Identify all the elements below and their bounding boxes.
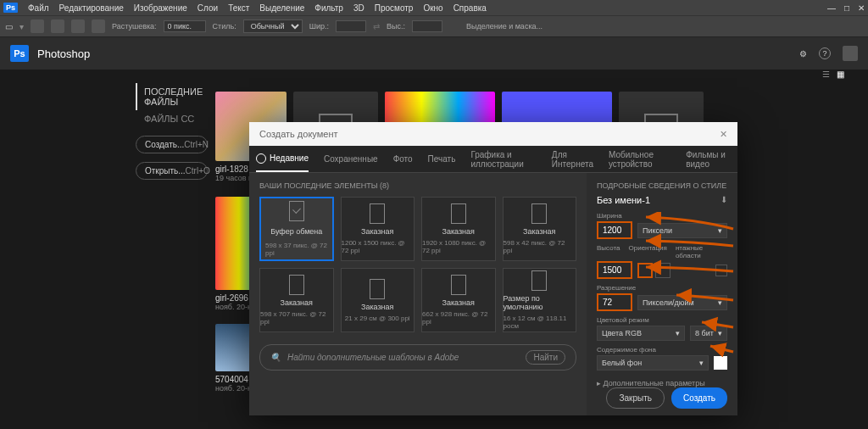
menubar: Ps Файл Редактирование Изображение Слои … [0, 0, 868, 15]
tab-web[interactable]: Для Интернета [552, 146, 593, 172]
background-swatch[interactable] [714, 356, 727, 370]
marquee-tool-icon[interactable]: ▭ [5, 22, 13, 31]
menu-window[interactable]: Окно [423, 3, 442, 13]
menu-layers[interactable]: Слои [198, 3, 218, 13]
selection-intersect-icon[interactable] [92, 20, 105, 33]
create-button[interactable]: Создать [671, 387, 727, 409]
options-bar: ▭ ▾ Растушевка: Стиль: Обычный Шир.: ⇄ В… [0, 15, 868, 37]
width-unit-select[interactable]: Пиксели▾ [637, 223, 727, 238]
preset-item[interactable]: Заказная598 x 42 пикс. @ 72 ppi [503, 197, 577, 261]
dialog-tabs: Недавние Сохраненные Фото Печать Графика… [249, 146, 737, 173]
advanced-toggle[interactable]: ▸ Дополнительные параметры [597, 379, 727, 387]
gear-icon[interactable]: ⚙ [799, 49, 807, 58]
tab-print[interactable]: Печать [428, 146, 456, 172]
bit-depth-select[interactable]: 8 бит▾ [690, 326, 727, 341]
list-view-icon[interactable]: ☰ [822, 70, 830, 79]
menu-edit[interactable]: Редактирование [59, 3, 124, 13]
preset-sub: 598 x 707 пикс. @ 72 ppi [260, 310, 333, 326]
artboard-checkbox[interactable] [715, 265, 727, 276]
preset-item[interactable]: Буфер обмена598 x 37 пикс. @ 72 ppi [259, 197, 334, 261]
preset-icon [370, 279, 385, 299]
preset-item[interactable]: Размер по умолчанию16 x 12 см @ 118.11 р… [503, 268, 577, 332]
menu-filter[interactable]: Фильтр [314, 3, 343, 13]
grid-view-icon[interactable]: ▦ [837, 70, 844, 79]
sidebar-tab-recent[interactable]: ПОСЛЕДНИЕ ФАЙЛЫ [136, 83, 214, 110]
dialog-close-icon[interactable]: ✕ [720, 129, 727, 140]
save-preset-icon[interactable]: ⬇ [721, 195, 727, 205]
menu-3d[interactable]: 3D [353, 3, 364, 13]
tab-photo[interactable]: Фото [393, 146, 413, 172]
new-document-dialog: Создать документ ✕ Недавние Сохраненные … [249, 122, 737, 415]
height-label: Выс.: [387, 22, 405, 31]
preset-sub: 1920 x 1080 пикс. @ 72 ppi [422, 239, 495, 254]
preset-item[interactable]: Заказная662 x 928 пикс. @ 72 ppi [421, 268, 496, 332]
menu-image[interactable]: Изображение [134, 3, 187, 13]
menu-view[interactable]: Просмотр [375, 3, 414, 13]
swap-icon[interactable]: ⇄ [373, 22, 380, 31]
background-select[interactable]: Белый фон▾ [597, 355, 709, 370]
tab-recent[interactable]: Недавние [256, 146, 309, 172]
menu-text[interactable]: Текст [228, 3, 249, 13]
tab-graphics[interactable]: Графика и иллюстрации [470, 146, 536, 172]
close-icon[interactable]: ✕ [858, 3, 865, 13]
width-label: Шир.: [309, 22, 329, 31]
document-name[interactable]: Без имени-1 [597, 195, 650, 205]
preset-icon [531, 270, 547, 291]
preset-sub: 598 x 42 пикс. @ 72 ppi [504, 239, 576, 254]
preset-item[interactable]: Заказная21 x 29 см @ 300 ppi [341, 268, 415, 332]
search-go-button[interactable]: Найти [526, 350, 565, 365]
close-button[interactable]: Закрыть [606, 387, 665, 409]
app-header: Ps Photoshop ⚙ ? [0, 37, 868, 70]
dialog-presets-panel: ВАШИ ПОСЛЕДНИЕ ЭЛЕМЕНТЫ (8) Буфер обмена… [249, 173, 587, 415]
resolution-unit-select[interactable]: Пиксели/дюйм▾ [637, 295, 727, 310]
style-select[interactable]: Обычный [243, 20, 303, 33]
preset-sub: 1200 x 1500 пикс. @ 72 ppi [342, 239, 415, 254]
width-input[interactable] [597, 221, 632, 239]
orientation-portrait[interactable] [637, 263, 653, 278]
menu-help[interactable]: Справка [453, 3, 487, 13]
dialog-title: Создать документ [259, 129, 338, 139]
style-label: Стиль: [213, 22, 236, 31]
menu-file[interactable]: Файл [28, 3, 49, 13]
help-icon[interactable]: ? [819, 47, 831, 59]
tab-saved[interactable]: Сохраненные [324, 146, 378, 172]
avatar[interactable] [843, 46, 858, 61]
menu-select[interactable]: Выделение [259, 3, 304, 13]
preset-icon [370, 203, 385, 224]
selection-add-icon[interactable] [51, 20, 64, 33]
preset-name: Заказная [361, 227, 393, 236]
preset-sub: 598 x 37 пикс. @ 72 ppi [265, 242, 328, 257]
ps-logo-small: Ps [3, 3, 18, 13]
selection-new-icon[interactable] [31, 20, 44, 33]
search-placeholder: Найти дополнительные шаблоны в Adobe [287, 353, 459, 362]
preset-item[interactable]: Заказная598 x 707 пикс. @ 72 ppi [259, 268, 334, 332]
width-input[interactable] [336, 20, 366, 32]
background-label: Содержимое фона [597, 346, 727, 354]
preset-icon [531, 203, 547, 224]
preset-item[interactable]: Заказная1200 x 1500 пикс. @ 72 ppi [341, 197, 415, 261]
select-mask-label[interactable]: Выделение и маска... [466, 22, 542, 31]
resolution-input[interactable] [597, 293, 632, 311]
maximize-icon[interactable]: □ [844, 3, 849, 13]
preset-name: Буфер обмена [270, 227, 322, 236]
preset-name: Заказная [361, 303, 393, 311]
height-input[interactable] [597, 261, 632, 279]
height-input[interactable] [412, 20, 442, 32]
preset-name: Заказная [523, 227, 555, 236]
feather-input[interactable] [164, 20, 206, 32]
create-button[interactable]: Создать...Ctrl+N [136, 136, 208, 153]
app-title: Photoshop [37, 47, 90, 60]
artboard-label: нтажные области [676, 244, 727, 259]
template-search[interactable]: 🔍 Найти дополнительные шаблоны в Adobe Н… [259, 344, 576, 370]
preset-icon [289, 201, 304, 221]
orientation-landscape[interactable] [655, 263, 670, 278]
minimize-icon[interactable]: — [827, 3, 836, 13]
selection-subtract-icon[interactable] [71, 20, 85, 33]
color-mode-select[interactable]: Цвета RGB▾ [597, 326, 685, 341]
tab-film[interactable]: Фильмы и видео [686, 146, 731, 172]
tab-mobile[interactable]: Мобильное устройство [609, 146, 670, 172]
preset-item[interactable]: Заказная1920 x 1080 пикс. @ 72 ppi [421, 197, 496, 261]
open-button[interactable]: Открыть...Ctrl+O [136, 162, 208, 180]
sidebar-tab-cc[interactable]: ФАЙЛЫ CC [136, 110, 214, 127]
search-icon: 🔍 [270, 353, 281, 362]
